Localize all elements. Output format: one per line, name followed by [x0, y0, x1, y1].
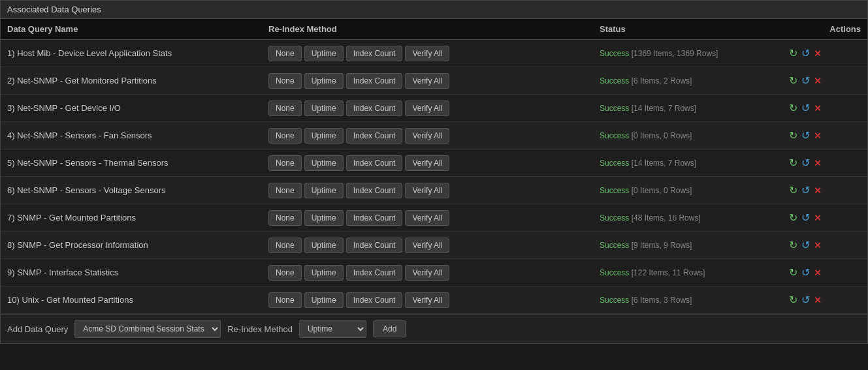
method-btn-verify-all[interactable]: Verify All: [405, 183, 449, 198]
method-btn-uptime[interactable]: Uptime: [304, 210, 344, 226]
table-row: 3) Net-SNMP - Get Device I/ONoneUptimeIn…: [1, 95, 867, 122]
delete-icon[interactable]: ✕: [814, 240, 822, 251]
refresh-green-icon[interactable]: ↻: [789, 239, 797, 251]
table-row: 9) SNMP - Interface StatisticsNoneUptime…: [1, 259, 867, 286]
refresh-green-icon[interactable]: ↻: [789, 102, 797, 114]
table-row: 7) SNMP - Get Mounted PartitionsNoneUpti…: [1, 204, 867, 232]
method-btn-index-count[interactable]: Index Count: [346, 73, 403, 89]
data-query-dropdown[interactable]: Acme SD Combined Session Stats: [74, 320, 221, 338]
status-detail-text: [0 Items, 0 Rows]: [632, 131, 692, 140]
delete-icon[interactable]: ✕: [814, 103, 822, 114]
method-btn-uptime[interactable]: Uptime: [304, 183, 344, 198]
row-methods-7: NoneUptimeIndex CountVerify All: [262, 206, 593, 230]
row-methods-8: NoneUptimeIndex CountVerify All: [262, 234, 593, 257]
method-btn-uptime[interactable]: Uptime: [304, 155, 344, 171]
method-btn-uptime[interactable]: Uptime: [304, 238, 344, 253]
delete-icon[interactable]: ✕: [814, 48, 822, 59]
method-btn-index-count[interactable]: Index Count: [346, 238, 403, 253]
method-btn-uptime[interactable]: Uptime: [304, 46, 344, 61]
panel-title: Associated Data Queries: [1, 1, 867, 19]
method-btn-index-count[interactable]: Index Count: [346, 265, 403, 281]
method-btn-verify-all[interactable]: Verify All: [405, 155, 449, 171]
col-header-reindex: Re-Index Method: [262, 19, 593, 39]
method-btn-none[interactable]: None: [268, 155, 302, 171]
method-btn-index-count[interactable]: Index Count: [346, 100, 403, 116]
table-row: 1) Host Mib - Device Level Application S…: [1, 40, 867, 67]
refresh-green-icon[interactable]: ↻: [789, 184, 797, 196]
status-detail-text: [9 Items, 9 Rows]: [632, 241, 692, 250]
method-btn-none[interactable]: None: [268, 292, 302, 308]
refresh-blue-icon[interactable]: ↺: [801, 184, 810, 196]
method-btn-uptime[interactable]: Uptime: [304, 100, 344, 116]
row-name-5: 5) Net-SNMP - Sensors - Thermal Sensors: [1, 154, 262, 172]
refresh-blue-icon[interactable]: ↺: [801, 239, 810, 251]
method-btn-verify-all[interactable]: Verify All: [405, 210, 449, 226]
delete-icon[interactable]: ✕: [814, 185, 822, 196]
refresh-green-icon[interactable]: ↻: [789, 266, 797, 279]
delete-icon[interactable]: ✕: [814, 213, 822, 223]
refresh-blue-icon[interactable]: ↺: [801, 129, 810, 142]
status-success-text: Success: [600, 159, 629, 168]
method-btn-verify-all[interactable]: Verify All: [405, 100, 449, 116]
method-btn-none[interactable]: None: [268, 183, 302, 198]
method-btn-index-count[interactable]: Index Count: [346, 128, 403, 144]
delete-icon[interactable]: ✕: [814, 295, 822, 305]
method-btn-verify-all[interactable]: Verify All: [405, 46, 449, 61]
method-btn-none[interactable]: None: [268, 46, 302, 61]
method-btn-none[interactable]: None: [268, 210, 302, 226]
row-methods-10: NoneUptimeIndex CountVerify All: [262, 288, 593, 312]
refresh-blue-icon[interactable]: ↺: [801, 102, 810, 114]
refresh-blue-icon[interactable]: ↺: [801, 74, 810, 87]
refresh-green-icon[interactable]: ↻: [789, 74, 797, 87]
delete-icon[interactable]: ✕: [814, 158, 822, 168]
refresh-green-icon[interactable]: ↻: [789, 129, 797, 142]
method-btn-verify-all[interactable]: Verify All: [405, 128, 449, 144]
method-btn-none[interactable]: None: [268, 238, 302, 253]
refresh-blue-icon[interactable]: ↺: [801, 266, 810, 279]
row-methods-5: NoneUptimeIndex CountVerify All: [262, 151, 593, 175]
row-status-6: Success [0 Items, 0 Rows]: [593, 182, 782, 199]
refresh-green-icon[interactable]: ↻: [789, 294, 797, 306]
method-btn-none[interactable]: None: [268, 265, 302, 281]
row-name-3: 3) Net-SNMP - Get Device I/O: [1, 99, 262, 117]
method-btn-index-count[interactable]: Index Count: [346, 46, 403, 61]
method-btn-verify-all[interactable]: Verify All: [405, 265, 449, 281]
method-btn-index-count[interactable]: Index Count: [346, 155, 403, 171]
row-actions-6: ↻↺✕: [782, 180, 867, 200]
delete-icon[interactable]: ✕: [814, 76, 822, 86]
uptime-dropdown[interactable]: None Uptime Index Count Verify All: [299, 320, 366, 338]
method-btn-uptime[interactable]: Uptime: [304, 265, 344, 281]
delete-icon[interactable]: ✕: [814, 268, 822, 278]
refresh-blue-icon[interactable]: ↺: [801, 47, 810, 59]
row-actions-8: ↻↺✕: [782, 235, 867, 255]
method-btn-index-count[interactable]: Index Count: [346, 210, 403, 226]
table-row: 2) Net-SNMP - Get Monitored PartitionsNo…: [1, 67, 867, 95]
refresh-green-icon[interactable]: ↻: [789, 211, 797, 224]
col-header-status: Status: [593, 19, 782, 39]
refresh-green-icon[interactable]: ↻: [789, 47, 797, 59]
delete-icon[interactable]: ✕: [814, 131, 822, 141]
row-status-3: Success [14 Items, 7 Rows]: [593, 100, 782, 117]
refresh-green-icon[interactable]: ↻: [789, 157, 797, 169]
method-btn-uptime[interactable]: Uptime: [304, 73, 344, 89]
method-btn-verify-all[interactable]: Verify All: [405, 73, 449, 89]
status-success-text: Success: [600, 268, 629, 277]
method-btn-index-count[interactable]: Index Count: [346, 292, 403, 308]
method-btn-index-count[interactable]: Index Count: [346, 183, 403, 198]
refresh-blue-icon[interactable]: ↺: [801, 211, 810, 224]
table-row: 10) Unix - Get Mounted PartitionsNoneUpt…: [1, 286, 867, 314]
row-name-1: 1) Host Mib - Device Level Application S…: [1, 44, 262, 62]
method-btn-none[interactable]: None: [268, 128, 302, 144]
status-success-text: Success: [600, 104, 629, 113]
add-button[interactable]: Add: [373, 320, 406, 337]
refresh-blue-icon[interactable]: ↺: [801, 157, 810, 169]
status-success-text: Success: [600, 49, 629, 58]
method-btn-uptime[interactable]: Uptime: [304, 128, 344, 144]
method-btn-none[interactable]: None: [268, 73, 302, 89]
method-btn-verify-all[interactable]: Verify All: [405, 238, 449, 253]
method-btn-uptime[interactable]: Uptime: [304, 292, 344, 308]
method-btn-verify-all[interactable]: Verify All: [405, 292, 449, 308]
method-btn-none[interactable]: None: [268, 100, 302, 116]
table-row: 8) SNMP - Get Processor InformationNoneU…: [1, 232, 867, 259]
refresh-blue-icon[interactable]: ↺: [801, 294, 810, 306]
